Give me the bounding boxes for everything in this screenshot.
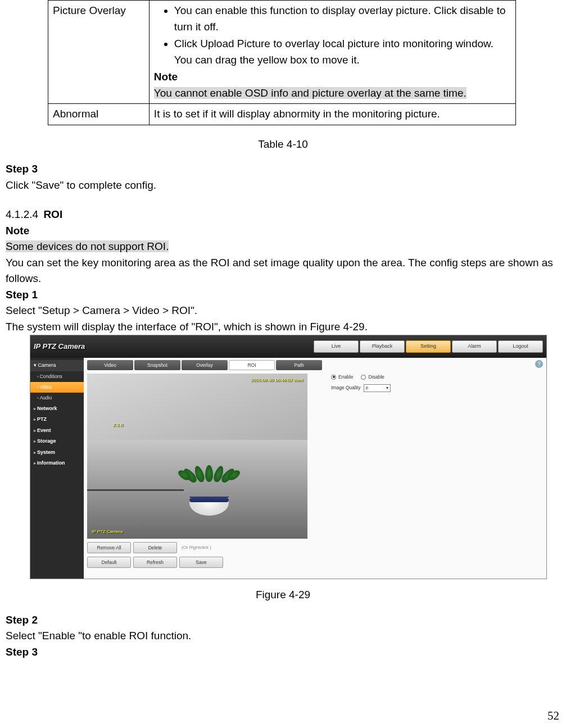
roi-options-panel: Enable Disable Image Quality 6 ▼	[331, 374, 391, 392]
section-title: ROI	[43, 208, 62, 220]
note-text: You cannot enable OSD info and picture o…	[154, 87, 467, 99]
image-quality-select[interactable]: 6 ▼	[364, 384, 391, 392]
nav-alarm-button[interactable]: Alarm	[452, 340, 497, 353]
default-button[interactable]: Default	[87, 557, 131, 568]
tab-video[interactable]: Video	[87, 360, 133, 370]
main-panel: ? Video Snapshot Overlay ROI Path	[84, 358, 546, 579]
roi-screenshot: IP PTZ Camera Live Playback Setting Alar…	[30, 335, 547, 579]
delete-button[interactable]: Delete	[133, 542, 177, 553]
table-caption: Table 4-10	[3, 136, 563, 153]
enable-radio[interactable]	[331, 375, 336, 380]
osd-channel-name: IP PTZ Camera	[92, 529, 123, 535]
sidebar-group-network[interactable]: ▸Network	[30, 403, 84, 415]
sidebar-group-event[interactable]: ▸Event	[30, 425, 84, 436]
app-header: IP PTZ Camera Live Playback Setting Alar…	[30, 335, 546, 358]
param-name: Picture Overlay	[48, 1, 150, 104]
list-item: You can enable this function to display …	[174, 3, 511, 35]
nav-logout-button[interactable]: Logout	[498, 340, 543, 353]
bullet-list: You can enable this function to display …	[154, 3, 511, 68]
sidebar-item-video[interactable]: ›Video	[30, 382, 84, 393]
chevron-right-icon: ›	[37, 395, 39, 401]
refresh-button[interactable]: Refresh	[133, 557, 177, 568]
button-row: Remove All Delete (Or Rightclick )	[87, 542, 543, 553]
chevron-right-icon: ▸	[34, 406, 36, 411]
chevron-right-icon: ›	[37, 385, 39, 390]
nav-live-button[interactable]: Live	[314, 340, 359, 353]
chevron-right-icon: ›	[37, 374, 39, 379]
app-logo: IP PTZ Camera	[34, 341, 313, 352]
param-desc: You can enable this function to display …	[149, 1, 515, 104]
disable-radio[interactable]	[361, 375, 366, 380]
sidebar-item-label: Video	[40, 384, 52, 390]
chevron-down-icon: ▼	[386, 385, 390, 392]
chevron-right-icon: ▸	[34, 439, 36, 444]
step-text: Select "Setup > Camera > Video > ROI".	[6, 303, 560, 319]
param-name: Abnormal	[48, 104, 150, 125]
chevron-down-icon: ▾	[34, 362, 37, 368]
button-row: Default Refresh Save	[87, 557, 543, 568]
sidebar-item-label: System	[37, 449, 55, 455]
step-text: Select "Enable "to enable ROI function.	[6, 628, 560, 644]
step-label: Step 3	[6, 644, 560, 661]
plant-icon	[184, 482, 234, 516]
tab-roi[interactable]: ROI	[229, 360, 275, 370]
sidebar-item-label: Conditions	[40, 374, 62, 379]
disable-label: Disable	[368, 374, 384, 381]
section-number: 4.1.2.4	[6, 208, 38, 220]
step-text: The system will display the interface of…	[6, 319, 560, 335]
chevron-right-icon: ▸	[34, 417, 36, 422]
section-heading: 4.1.2.4 ROI	[6, 207, 560, 223]
table-row: Abnormal It is to set if it will display…	[48, 104, 516, 125]
video-preview[interactable]: 2015-09-30 16:46:02 Wed Z:1.0 IP PTZ Cam…	[87, 374, 307, 539]
sidebar-item-label: Storage	[37, 438, 56, 444]
nav-playback-button[interactable]: Playback	[360, 340, 405, 353]
page-number: 52	[547, 707, 559, 725]
note-label: Note	[6, 223, 560, 239]
table-row: Picture Overlay You can enable this func…	[48, 1, 516, 104]
sidebar-item-conditions[interactable]: ›Conditions	[30, 371, 84, 382]
select-value: 6	[365, 385, 368, 392]
chevron-right-icon: ▸	[34, 461, 36, 466]
sidebar-header-camera[interactable]: ▾ Camera	[30, 360, 84, 371]
enable-label: Enable	[338, 374, 353, 381]
sidebar-group-ptz[interactable]: ▸PTZ	[30, 414, 84, 425]
parameter-table: Picture Overlay You can enable this func…	[48, 0, 516, 125]
nav-setting-button[interactable]: Setting	[406, 340, 451, 353]
tab-bar: Video Snapshot Overlay ROI Path	[87, 360, 543, 370]
step-text: Click "Save" to complete config.	[6, 178, 560, 194]
step-label: Step 3	[6, 161, 560, 178]
tab-overlay[interactable]: Overlay	[182, 360, 228, 370]
sidebar-item-label: Audio	[40, 395, 52, 401]
note-text: Some devices do not support ROI.	[6, 240, 169, 252]
list-item: Click Upload Picture to overlay local pi…	[174, 36, 511, 68]
note-label: Note	[154, 69, 511, 85]
figure-caption: Figure 4-29	[3, 587, 563, 603]
sidebar-item-label: Information	[37, 460, 65, 466]
tab-snapshot[interactable]: Snapshot	[134, 360, 180, 370]
step-label: Step 1	[6, 287, 560, 303]
sidebar-group-storage[interactable]: ▸Storage	[30, 436, 84, 447]
sidebar-item-label: Event	[37, 427, 51, 433]
sidebar-item-label: Network	[37, 406, 57, 411]
help-icon[interactable]: ?	[535, 360, 543, 368]
image-quality-row: Image Quality 6 ▼	[331, 384, 391, 392]
sidebar-header-label: Camera	[38, 362, 56, 368]
osd-timestamp: 2015-09-30 16:46:02 Wed	[251, 377, 303, 384]
sidebar-group-information[interactable]: ▸Information	[30, 458, 84, 469]
sidebar-item-audio[interactable]: ›Audio	[30, 393, 84, 403]
param-desc: It is to set if it will display abnormit…	[149, 104, 515, 125]
chevron-right-icon: ▸	[34, 450, 36, 455]
osd-zoom: Z:1.0	[113, 422, 123, 429]
sidebar-item-label: PTZ	[37, 416, 47, 422]
sidebar-group-system[interactable]: ▸System	[30, 447, 84, 458]
step-label: Step 2	[6, 612, 560, 629]
sidebar: ▾ Camera ›Conditions ›Video ›Audio ▸Netw…	[30, 358, 84, 579]
image-quality-label: Image Quality	[331, 384, 360, 392]
section-intro: You can set the key monitoring area as t…	[6, 255, 560, 287]
chevron-right-icon: ▸	[34, 428, 36, 433]
remove-all-button[interactable]: Remove All	[87, 542, 131, 553]
tab-path[interactable]: Path	[276, 360, 322, 370]
enable-disable-group: Enable Disable	[331, 374, 391, 381]
rightclick-hint: (Or Rightclick )	[182, 544, 211, 551]
save-button[interactable]: Save	[179, 557, 223, 568]
